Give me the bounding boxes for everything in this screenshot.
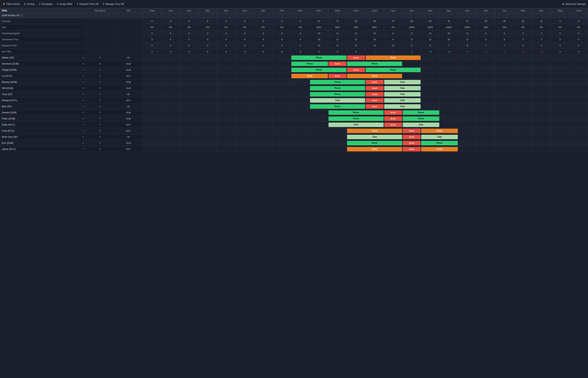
shift-block-break[interactable]: Break — [329, 74, 347, 78]
agent-name-cell-11[interactable]: Daffy (NYC)▼ — [0, 122, 86, 128]
advanced-settings-button[interactable]: ⊞Advanced Settings — [562, 3, 586, 5]
shift-block-phone[interactable]: Phone — [329, 116, 384, 121]
shift-block-break[interactable]: Break — [384, 116, 402, 121]
agent-name-cell-14[interactable]: Eric (DUB)▼ — [0, 140, 86, 146]
shift-block-chat[interactable]: Chat — [384, 92, 421, 96]
shift-block-phone[interactable]: Phone — [310, 86, 365, 90]
shift-block-phone[interactable]: Phone — [310, 104, 365, 109]
agent-hour-14-11: Phone — [347, 140, 402, 146]
shift-block-phone[interactable]: Phone — [403, 110, 439, 115]
agent-name-cell-15[interactable]: Jaime (NYC)▼ — [0, 146, 86, 152]
stats-cell-2-18: 5 — [477, 30, 495, 36]
agent-hour-7-15 — [421, 97, 440, 103]
timezone-label: (GMT-06:00) CST — [2, 14, 20, 17]
agent-hour-0-23 — [569, 55, 588, 61]
agent-hour-0-11: Break — [347, 55, 365, 61]
agent-hour-14-8 — [291, 140, 310, 146]
agent-hour-12-6 — [254, 128, 272, 134]
agent-name-cell-5[interactable]: Will (DUB)▼ — [0, 85, 86, 91]
agent-name-cell-4[interactable]: Barney (DUB)▼ — [0, 79, 86, 85]
tz-hour-3pm — [421, 13, 440, 18]
toolbar-item-sorting[interactable]: ⇄Sorting — [24, 3, 35, 5]
agent-name-cell-12[interactable]: Fred (NYC)▼ — [0, 128, 86, 134]
toolbar-item-templates[interactable]: ◫Templates — [39, 3, 53, 5]
toolbar-item-swap-shifts[interactable]: ⇌Swap Shifts — [57, 3, 72, 5]
shift-block-phone[interactable]: Phone — [347, 62, 402, 66]
shift-block-break[interactable]: Break — [384, 122, 402, 127]
add-timezone-button[interactable]: + — [21, 14, 24, 17]
agent-name-cell-0[interactable]: Walter (SF)▼ — [0, 55, 86, 61]
shift-block-chat[interactable]: Chat — [403, 122, 439, 127]
shift-block-email[interactable]: Email — [421, 147, 458, 151]
shift-block-phone[interactable]: Phone — [347, 141, 402, 145]
stats-label-3: Scheduled FTEs — [0, 36, 86, 42]
agent-name-cell-9[interactable]: Stewie (DUB)▼ — [0, 109, 86, 116]
shift-block-break[interactable]: Break — [403, 141, 421, 145]
shift-block-break[interactable]: Break — [366, 80, 384, 84]
shift-block-chat[interactable]: Chat — [310, 98, 365, 103]
shift-block-break[interactable]: Break — [366, 86, 384, 90]
shift-block-break[interactable]: Break — [347, 68, 365, 72]
agent-hour-3-4 — [217, 73, 236, 79]
agent-hour-3-5 — [236, 73, 254, 79]
shift-block-phone[interactable]: Phone — [310, 92, 365, 96]
toolbar-item-filter-events[interactable]: ⚡Filter Events — [2, 3, 20, 5]
shift-block-break[interactable]: Break — [384, 110, 402, 115]
agent-hour-2-20 — [514, 67, 532, 73]
agent-hour-5-0 — [143, 85, 161, 91]
shift-block-chat[interactable]: Chat — [384, 86, 421, 90]
filter-events-label: Filter Events — [6, 3, 20, 5]
agent-name-cell-2[interactable]: Dwight (DUB)▼ — [0, 67, 86, 73]
shift-block-email[interactable]: Email — [347, 147, 402, 151]
shift-block-break[interactable]: Break — [366, 92, 384, 96]
agent-name-cell-7[interactable]: Eddard (NYC)▼ — [0, 97, 86, 103]
shift-block-chat[interactable]: Chat — [384, 98, 421, 103]
shift-block-break[interactable]: Break — [329, 62, 347, 66]
shift-block-email[interactable]: Email — [291, 74, 328, 78]
shift-block-break[interactable]: Break — [347, 55, 365, 60]
toolbar-item-request-time-off[interactable]: ✦Request Time Off — [77, 3, 98, 5]
shift-block-phone[interactable]: Phone — [291, 55, 347, 60]
stats-cell-1-12: 98% — [365, 24, 384, 30]
agent-name-cell-6[interactable]: Tony (SF)▼ — [0, 91, 86, 97]
shift-block-phone[interactable]: Phone — [310, 80, 365, 84]
agent-row-14: Eric (DUB)▼7DUBPhoneBreakPhone — [0, 140, 588, 146]
shift-block-chat[interactable]: Chat — [384, 80, 421, 84]
shift-block-chat[interactable]: Chat — [347, 135, 402, 139]
shift-block-email[interactable]: Email — [347, 129, 402, 133]
shift-block-chat[interactable]: Chat — [384, 104, 421, 109]
agent-hour-5-21 — [532, 85, 551, 91]
agent-hour-9-8 — [291, 109, 310, 116]
agent-hour-4-18 — [477, 79, 495, 85]
stats-cell-1-19: 79% — [495, 24, 514, 30]
shift-block-phone[interactable]: Phone — [421, 141, 458, 145]
shift-block-phone[interactable]: Phone — [366, 68, 421, 72]
shift-block-email[interactable]: Email — [421, 129, 458, 133]
agent-hour-3-20 — [514, 73, 532, 79]
agent-name-cell-10[interactable]: Peter (DUB)▼ — [0, 116, 86, 122]
shift-block-phone[interactable]: Phone — [329, 110, 384, 115]
shift-block-phone[interactable]: Phone — [403, 116, 439, 121]
shift-block-chat[interactable]: Chat — [421, 135, 458, 139]
agent-name-8: Bart (SF) — [2, 105, 12, 108]
shift-block-break[interactable]: Break — [403, 129, 421, 133]
agent-name-cell-1[interactable]: Sherlock (DUB)▼ — [0, 61, 86, 67]
scroll-body[interactable]: Date Time Spent Site 12am1am2am3am4am5am… — [0, 8, 588, 378]
agent-name-cell-8[interactable]: Bart (SF)▼ — [0, 103, 86, 109]
agent-hour-11-8 — [291, 122, 310, 128]
toolbar-item-manage-time-off[interactable]: ✦Manage Time Off — [102, 3, 124, 5]
toolbar: ⚡Filter Events⇄Sorting◫Templates⇌Swap Sh… — [0, 0, 588, 8]
shift-block-break[interactable]: Break — [403, 135, 421, 139]
shift-block-email[interactable]: Email — [347, 74, 402, 78]
stats-cell-4-21: 5 — [532, 42, 551, 49]
shift-block-break[interactable]: Break — [366, 104, 384, 109]
agent-hour-5-22 — [551, 85, 569, 91]
agent-name-cell-3[interactable]: Liz (NYC)▼ — [0, 73, 86, 79]
agent-name-cell-13[interactable]: Brian Sze (SF)▼ — [0, 134, 86, 140]
shift-block-break[interactable]: Break — [366, 98, 384, 103]
shift-block-break[interactable]: Break — [403, 147, 421, 151]
shift-block-phone[interactable]: Phone — [291, 62, 328, 66]
shift-block-email[interactable]: Email — [366, 55, 421, 60]
shift-block-chat[interactable]: Chat — [329, 122, 384, 127]
shift-block-phone[interactable]: Phone — [291, 68, 347, 72]
